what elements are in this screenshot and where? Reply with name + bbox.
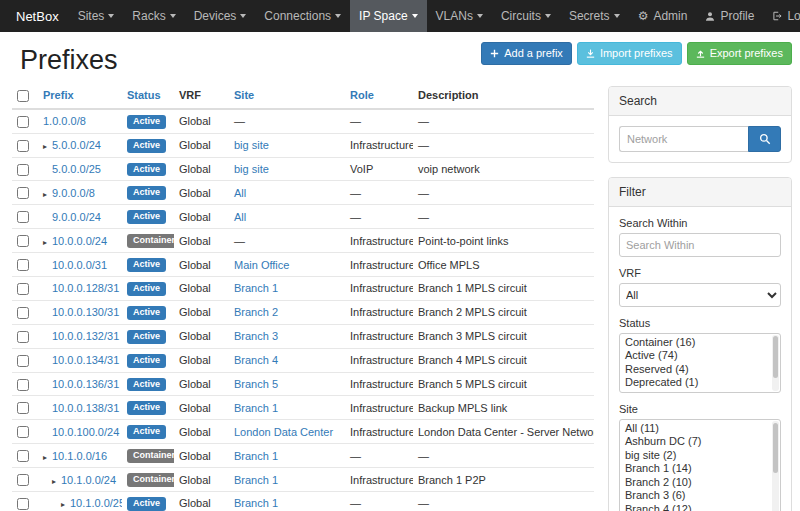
prefix-link[interactable]: 10.0.0.130/31 <box>52 306 119 318</box>
site-link[interactable]: Branch 1 <box>234 450 278 462</box>
row-checkbox[interactable] <box>17 307 29 319</box>
row-checkbox[interactable] <box>17 379 29 391</box>
filter-option[interactable]: Active (74) <box>620 349 780 363</box>
nav-item-circuits[interactable]: Circuits <box>492 0 560 32</box>
filter-option[interactable]: Branch 1 (14) <box>620 462 780 476</box>
row-checkbox[interactable] <box>17 211 29 223</box>
table-row: ▸10.0.0.0/24ContainerGlobal—Infrastructu… <box>12 229 594 253</box>
filter-option[interactable]: Deprecated (1) <box>620 376 780 390</box>
expand-toggle-icon[interactable]: ▸ <box>43 190 52 199</box>
row-checkbox[interactable] <box>17 402 29 414</box>
filter-option[interactable]: Branch 3 (6) <box>620 489 780 503</box>
filter-option[interactable]: Branch 2 (10) <box>620 476 780 490</box>
nav-item-connections[interactable]: Connections <box>255 0 350 32</box>
site-link[interactable]: big site <box>234 163 269 175</box>
nav-item-log-out[interactable]: Log out <box>763 0 800 32</box>
vrf-select[interactable]: All <box>619 283 781 307</box>
site-link[interactable]: All <box>234 211 246 223</box>
row-checkbox[interactable] <box>17 426 29 438</box>
nav-item-racks[interactable]: Racks <box>123 0 184 32</box>
search-button[interactable] <box>748 126 781 152</box>
row-checkbox[interactable] <box>17 259 29 271</box>
filter-option[interactable]: Branch 4 (12) <box>620 503 780 511</box>
prefix-link[interactable]: 1.0.0.0/8 <box>43 115 86 127</box>
prefix-link[interactable]: 10.0.0.136/31 <box>52 378 119 390</box>
prefix-link[interactable]: 5.0.0.0/25 <box>52 163 101 175</box>
nav-item-devices[interactable]: Devices <box>185 0 256 32</box>
row-checkbox[interactable] <box>17 355 29 367</box>
site-link[interactable]: Branch 5 <box>234 378 278 390</box>
prefix-link[interactable]: 10.1.0.0/16 <box>52 450 107 462</box>
site-link[interactable]: Branch 1 <box>234 402 278 414</box>
select-all-checkbox[interactable] <box>17 90 29 102</box>
scrollbar-thumb[interactable] <box>773 336 778 378</box>
row-checkbox[interactable] <box>17 164 29 176</box>
filter-option[interactable]: All (11) <box>620 422 780 436</box>
row-checkbox[interactable] <box>17 235 29 247</box>
site-link[interactable]: Branch 4 <box>234 354 278 366</box>
column-header-role[interactable]: Role <box>345 86 413 109</box>
nav-item-ip-space[interactable]: IP Space <box>350 0 426 32</box>
site-link[interactable]: Branch 2 <box>234 306 278 318</box>
prefix-link[interactable]: 5.0.0.0/24 <box>52 139 101 151</box>
expand-toggle-icon[interactable]: ▸ <box>43 453 52 462</box>
row-checkbox[interactable] <box>17 331 29 343</box>
filter-option[interactable]: Container (16) <box>620 336 780 350</box>
app-logo[interactable]: NetBox <box>6 0 69 32</box>
prefix-link[interactable]: 10.0.0.0/24 <box>52 235 107 247</box>
site-link[interactable]: Branch 3 <box>234 330 278 342</box>
site-link[interactable]: Branch 1 <box>234 497 278 509</box>
site-link[interactable]: All <box>234 187 246 199</box>
prefix-cell: ▸10.1.0.0/25 <box>38 492 122 511</box>
column-header-prefix[interactable]: Prefix <box>38 86 122 109</box>
filter-option[interactable]: Reserved (4) <box>620 363 780 377</box>
row-checkbox[interactable] <box>17 187 29 199</box>
prefix-link[interactable]: 10.0.0.132/31 <box>52 330 119 342</box>
expand-toggle-icon[interactable]: ▸ <box>61 500 70 509</box>
add-prefix-button[interactable]: Add a prefix <box>481 42 572 65</box>
expand-toggle-icon[interactable]: ▸ <box>43 142 52 151</box>
nav-item-sites[interactable]: Sites <box>69 0 124 32</box>
search-input[interactable] <box>619 126 748 152</box>
row-checkbox[interactable] <box>17 474 29 486</box>
scrollbar[interactable] <box>772 335 779 391</box>
nav-item-admin[interactable]: ⚙Admin <box>629 0 697 32</box>
prefix-link[interactable]: 10.0.0.0/31 <box>52 259 107 271</box>
status-filter-list[interactable]: Container (16)Active (74)Reserved (4)Dep… <box>619 333 781 393</box>
prefix-link[interactable]: 10.0.0.134/31 <box>52 354 119 366</box>
expand-toggle-icon[interactable]: ▸ <box>52 477 61 486</box>
page-header: Prefixes Add a prefix Import prefixes Ex… <box>0 32 800 86</box>
scrollbar-thumb[interactable] <box>773 423 778 474</box>
site-filter-list[interactable]: All (11)Ashburn DC (7)big site (2)Branch… <box>619 419 781 511</box>
prefix-link[interactable]: 10.1.0.0/25 <box>70 497 122 509</box>
nav-item-vlans[interactable]: VLANs <box>427 0 492 32</box>
site-link[interactable]: London Data Center <box>234 426 333 438</box>
column-header-site[interactable]: Site <box>229 86 345 109</box>
row-checkbox[interactable] <box>17 450 29 462</box>
row-checkbox[interactable] <box>17 283 29 295</box>
prefix-link[interactable]: 10.0.100.0/24 <box>52 426 119 438</box>
scrollbar[interactable] <box>772 421 779 511</box>
site-link[interactable]: Branch 1 <box>234 474 278 486</box>
filter-option[interactable]: big site (2) <box>620 449 780 463</box>
row-checkbox[interactable] <box>17 140 29 152</box>
prefix-link[interactable]: 10.0.0.138/31 <box>52 402 119 414</box>
prefix-link[interactable]: 9.0.0.0/8 <box>52 187 95 199</box>
row-checkbox[interactable] <box>17 498 29 510</box>
nav-item-profile[interactable]: Profile <box>696 0 763 32</box>
site-link[interactable]: big site <box>234 139 269 151</box>
expand-toggle-icon[interactable]: ▸ <box>43 238 52 247</box>
export-prefixes-button[interactable]: Export prefixes <box>687 42 792 65</box>
search-within-input[interactable] <box>619 233 781 257</box>
import-prefixes-button[interactable]: Import prefixes <box>577 42 682 65</box>
row-checkbox[interactable] <box>17 116 29 128</box>
prefix-link[interactable]: 10.0.0.128/31 <box>52 282 119 294</box>
vrf-cell: Global <box>174 133 229 157</box>
prefix-link[interactable]: 9.0.0.0/24 <box>52 211 101 223</box>
column-header-status[interactable]: Status <box>122 86 174 109</box>
filter-option[interactable]: Ashburn DC (7) <box>620 435 780 449</box>
site-link[interactable]: Main Office <box>234 259 289 271</box>
site-link[interactable]: Branch 1 <box>234 282 278 294</box>
nav-item-secrets[interactable]: Secrets <box>560 0 629 32</box>
prefix-link[interactable]: 10.1.0.0/24 <box>61 474 116 486</box>
